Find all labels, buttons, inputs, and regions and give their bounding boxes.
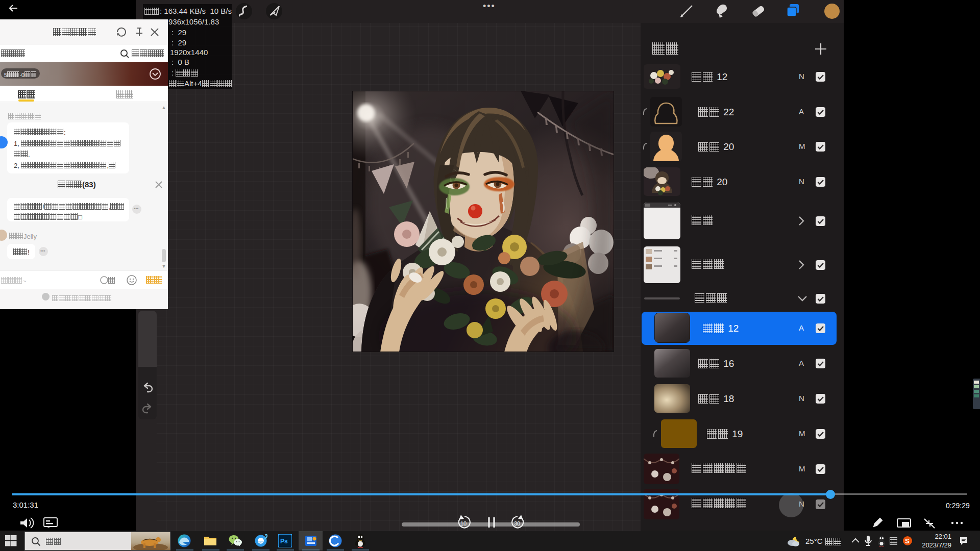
svg-text:S: S (905, 537, 910, 545)
svg-text:Ps: Ps (280, 538, 288, 545)
svg-text:30: 30 (514, 520, 520, 527)
svg-text:10: 10 (460, 520, 467, 527)
